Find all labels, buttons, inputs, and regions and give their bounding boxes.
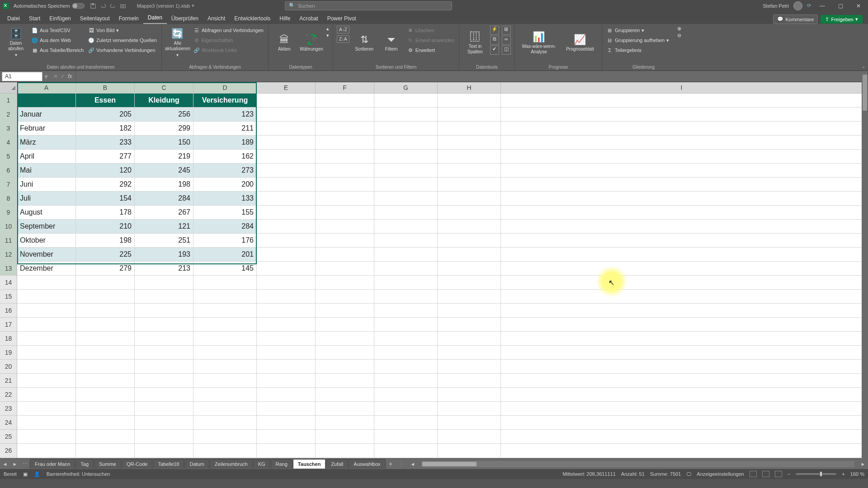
camera-icon[interactable] <box>120 3 126 9</box>
tab-start[interactable]: Start <box>24 13 45 24</box>
cell[interactable]: September <box>17 220 76 234</box>
cell[interactable] <box>374 150 438 164</box>
cell[interactable] <box>17 430 76 444</box>
cell[interactable]: 267 <box>135 206 193 220</box>
chevron-up-icon[interactable]: ▴ <box>326 26 329 32</box>
cell[interactable] <box>193 346 257 360</box>
cell[interactable] <box>257 290 316 304</box>
chevron-down-icon[interactable]: ▾ <box>326 33 329 38</box>
row-header[interactable]: 19 <box>0 346 17 360</box>
col-header-e[interactable]: E <box>257 82 316 93</box>
cell[interactable] <box>193 360 257 374</box>
tab-entwicklertools[interactable]: Entwicklertools <box>230 13 275 24</box>
cell[interactable] <box>135 388 193 402</box>
row-header[interactable]: 11 <box>0 234 17 248</box>
page-break-view-button[interactable] <box>775 471 782 477</box>
whatif-button[interactable]: 📊Was-wäre-wenn- Analyse <box>519 26 559 60</box>
row-header[interactable]: 5 <box>0 150 17 164</box>
cell[interactable]: 133 <box>193 192 257 206</box>
row-header[interactable]: 1 <box>0 94 17 108</box>
cell[interactable] <box>135 402 193 416</box>
cell[interactable] <box>438 206 501 220</box>
cell[interactable] <box>257 402 316 416</box>
cell[interactable] <box>257 248 316 262</box>
cell[interactable] <box>193 318 257 332</box>
display-settings-icon[interactable]: 🖵 <box>686 471 691 477</box>
hscroll-left[interactable]: ◄ <box>408 461 418 467</box>
cell[interactable] <box>374 290 438 304</box>
cell[interactable] <box>76 346 135 360</box>
cell[interactable] <box>438 178 501 192</box>
cell[interactable] <box>374 444 438 458</box>
cell[interactable] <box>76 416 135 430</box>
accessibility-icon[interactable]: 👤 <box>34 471 40 477</box>
cell[interactable] <box>374 234 438 248</box>
relationships-icon[interactable]: ∞ <box>502 36 511 45</box>
sheet-tab[interactable]: Frau oder Mann <box>30 459 75 469</box>
group-button[interactable]: ⊞Gruppieren ▾ <box>606 26 670 35</box>
cell[interactable] <box>135 290 193 304</box>
cell[interactable] <box>316 206 374 220</box>
tab-datei[interactable]: Datei <box>3 13 24 24</box>
cell[interactable]: 256 <box>135 108 193 122</box>
cell[interactable]: August <box>17 206 76 220</box>
row-header[interactable]: 20 <box>0 360 17 374</box>
save-icon[interactable] <box>90 3 96 9</box>
cell[interactable]: 121 <box>135 220 193 234</box>
sheet-tab[interactable]: Zeilenumbruch <box>210 459 253 469</box>
sheet-tab[interactable]: KG <box>253 459 270 469</box>
data-model-icon[interactable]: ◫ <box>502 46 511 55</box>
cell[interactable] <box>501 374 863 388</box>
cell[interactable] <box>257 136 316 150</box>
cell[interactable] <box>193 402 257 416</box>
cell[interactable] <box>501 430 863 444</box>
row-header[interactable]: 15 <box>0 290 17 304</box>
from-image-button[interactable]: 🖼Von Bild ▾ <box>87 26 158 35</box>
cell[interactable] <box>135 374 193 388</box>
cell[interactable] <box>438 192 501 206</box>
sheet-nav-prev[interactable]: ◄ <box>0 461 10 467</box>
cell[interactable] <box>438 402 501 416</box>
row-header[interactable]: 24 <box>0 416 17 430</box>
cell[interactable] <box>257 416 316 430</box>
cell[interactable] <box>501 206 863 220</box>
cell[interactable] <box>374 318 438 332</box>
cell[interactable] <box>257 178 316 192</box>
cell[interactable] <box>501 220 863 234</box>
cell[interactable]: 210 <box>76 220 135 234</box>
cell[interactable] <box>438 94 501 108</box>
cell[interactable] <box>257 374 316 388</box>
cell[interactable] <box>193 290 257 304</box>
cell[interactable] <box>374 122 438 136</box>
cell[interactable] <box>76 290 135 304</box>
cell[interactable] <box>17 402 76 416</box>
accessibility-label[interactable]: Barrierefreiheit: Untersuchen <box>47 471 110 477</box>
cell[interactable]: 201 <box>193 248 257 262</box>
cell[interactable]: Dezember <box>17 262 76 276</box>
cell[interactable] <box>438 108 501 122</box>
cell[interactable] <box>438 318 501 332</box>
cell[interactable] <box>257 150 316 164</box>
cell[interactable] <box>135 346 193 360</box>
from-text-csv-button[interactable]: 📄Aus Text/CSV <box>31 26 85 35</box>
stocks-button[interactable]: 🏛Aktien <box>272 26 297 60</box>
from-table-button[interactable]: ▦Aus Tabelle/Bereich <box>31 46 85 55</box>
currencies-button[interactable]: 💱Währungen <box>299 26 324 60</box>
cell[interactable] <box>316 150 374 164</box>
cell[interactable]: 145 <box>193 262 257 276</box>
zoom-level[interactable]: 160 % <box>850 471 864 477</box>
cell[interactable] <box>17 304 76 318</box>
cell[interactable] <box>257 276 316 290</box>
cell[interactable] <box>316 234 374 248</box>
cell[interactable] <box>374 262 438 276</box>
cell[interactable] <box>257 318 316 332</box>
sheet-tab[interactable]: Rang <box>271 459 292 469</box>
cell[interactable] <box>374 248 438 262</box>
row-header[interactable]: 8 <box>0 192 17 206</box>
cell[interactable] <box>257 108 316 122</box>
cell[interactable]: 150 <box>135 136 193 150</box>
cell[interactable]: 277 <box>76 150 135 164</box>
cell[interactable] <box>257 206 316 220</box>
col-header-c[interactable]: C <box>135 82 193 93</box>
cell[interactable] <box>374 388 438 402</box>
